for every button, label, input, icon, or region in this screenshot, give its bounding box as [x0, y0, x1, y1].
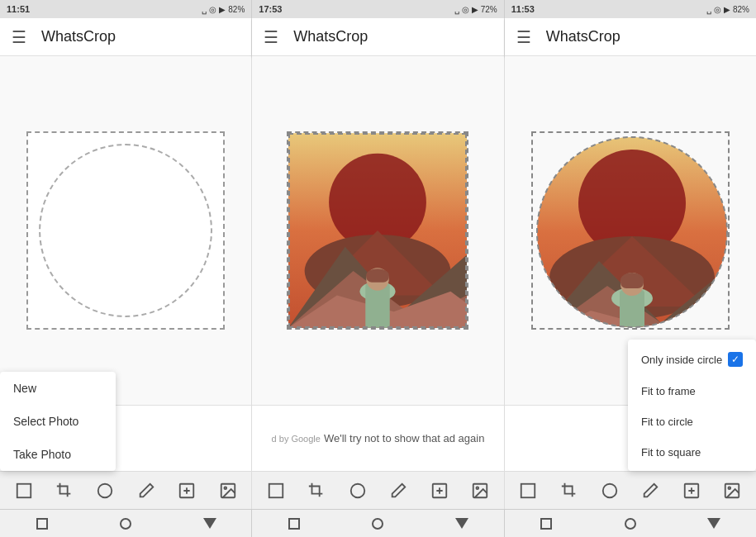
- time-3: 11:53: [511, 4, 535, 14]
- menu-item-new[interactable]: New: [0, 372, 116, 405]
- check-icon: ✓: [728, 352, 743, 367]
- main-content-1: [0, 56, 251, 405]
- app-title-2: WhatsCrop: [293, 28, 368, 45]
- menu-item-take-photo[interactable]: Take Photo: [0, 438, 116, 471]
- bottom-area-1: New Select Photo Take Photo: [0, 405, 251, 471]
- svg-point-4: [224, 487, 226, 489]
- panel-3: ☰ WhatsCrop: [505, 18, 756, 509]
- app-title-3: WhatsCrop: [546, 28, 620, 45]
- toolbar-btn-crop-1[interactable]: [50, 477, 78, 505]
- nav-circle-1[interactable]: [117, 516, 134, 532]
- panel-2: ☰ WhatsCrop: [252, 18, 504, 509]
- bottom-toolbar-2: [252, 471, 503, 509]
- option-fit-to-circle[interactable]: Fit to circle: [628, 406, 756, 437]
- main-content-2: [252, 56, 503, 405]
- nav-square-1[interactable]: [34, 516, 50, 532]
- ad-bar: d by Google We'll try not to show that a…: [252, 432, 503, 444]
- time-1: 11:51: [7, 4, 30, 14]
- toolbar-btn-crop-3[interactable]: [555, 477, 583, 505]
- ad-by-google: d by Google: [272, 434, 321, 444]
- toolbar-btn-circle-1[interactable]: [91, 477, 119, 505]
- nav-panel-3: [505, 510, 756, 537]
- toolbar-btn-frame-3[interactable]: [514, 477, 542, 505]
- nav-bar: [0, 509, 756, 537]
- toolbar-btn-edit-1[interactable]: [173, 477, 201, 505]
- status-icons-2: ␣ ◎ ▶ 72%: [454, 5, 497, 14]
- bottom-area-2: d by Google We'll try not to show that a…: [252, 405, 503, 471]
- svg-rect-36: [521, 483, 535, 497]
- toolbar-3: ☰ WhatsCrop: [505, 18, 756, 56]
- status-icons-3: ␣ ◎ ▶ 82%: [706, 5, 749, 14]
- option-only-inside-circle[interactable]: Only inside circle ✓: [628, 343, 756, 376]
- hamburger-icon-3[interactable]: ☰: [516, 27, 531, 47]
- option-fit-to-square[interactable]: Fit to square: [628, 437, 756, 468]
- nav-circle-2[interactable]: [369, 516, 386, 532]
- nav-back-3[interactable]: [706, 516, 722, 532]
- toolbar-btn-circle-3[interactable]: [596, 477, 624, 505]
- nav-panel-2: [252, 510, 504, 537]
- panel-1: ☰ WhatsCrop New Select Photo Take Photo: [0, 18, 252, 509]
- crop-area-2: [287, 131, 468, 330]
- sunset-image-2: [288, 133, 467, 328]
- bottom-toolbar-3: [505, 471, 756, 509]
- context-menu: New Select Photo Take Photo: [0, 372, 116, 471]
- svg-point-21: [476, 487, 478, 489]
- app-title-1: WhatsCrop: [41, 28, 116, 45]
- toolbar-btn-frame-2[interactable]: [262, 477, 290, 505]
- svg-point-37: [603, 483, 617, 497]
- svg-rect-17: [269, 483, 283, 497]
- nav-square-3[interactable]: [538, 516, 554, 532]
- bottom-toolbar-1: [0, 471, 251, 509]
- svg-rect-16: [367, 271, 389, 283]
- svg-rect-34: [620, 277, 644, 288]
- status-bar-2: 17:53 ␣ ◎ ▶ 72%: [252, 0, 504, 18]
- toolbar-btn-frame-1[interactable]: [10, 477, 38, 505]
- toolbar-btn-edit-2[interactable]: [426, 477, 454, 505]
- toolbar-btn-pencil-2[interactable]: [384, 477, 412, 505]
- hamburger-icon-2[interactable]: ☰: [264, 27, 278, 47]
- hamburger-icon-1[interactable]: ☰: [12, 27, 26, 47]
- circle-guide-1: [39, 144, 212, 317]
- nav-circle-3[interactable]: [622, 516, 639, 532]
- nav-back-1[interactable]: [202, 516, 218, 532]
- toolbar-btn-image-1[interactable]: [214, 477, 242, 505]
- svg-point-18: [351, 483, 365, 497]
- crop-frame-1: [26, 131, 225, 330]
- options-menu: Only inside circle ✓ Fit to frame Fit to…: [628, 340, 756, 471]
- svg-point-40: [729, 487, 731, 489]
- sunset-image-3: [533, 133, 730, 330]
- toolbar-2: ☰ WhatsCrop: [252, 18, 503, 56]
- toolbar-btn-image-2[interactable]: [466, 477, 494, 505]
- toolbar-btn-pencil-1[interactable]: [132, 477, 160, 505]
- nav-square-2[interactable]: [286, 516, 302, 532]
- status-bar-1: 11:51 ␣ ◎ ▶ 82%: [0, 0, 252, 18]
- svg-rect-31: [620, 290, 644, 330]
- ad-message: We'll try not to show that ad again: [324, 432, 484, 444]
- toolbar-1: ☰ WhatsCrop: [0, 18, 251, 56]
- bottom-area-3: Only inside circle ✓ Fit to frame Fit to…: [505, 405, 756, 471]
- svg-point-1: [98, 483, 112, 497]
- toolbar-btn-circle-2[interactable]: [344, 477, 372, 505]
- toolbar-btn-pencil-3[interactable]: [636, 477, 664, 505]
- toolbar-btn-edit-3[interactable]: [678, 477, 706, 505]
- toolbar-btn-image-3[interactable]: [718, 477, 746, 505]
- menu-item-select-photo[interactable]: Select Photo: [0, 405, 116, 438]
- time-2: 17:53: [259, 4, 282, 14]
- status-bar-3: 11:53 ␣ ◎ ▶ 82%: [505, 0, 756, 18]
- svg-rect-0: [17, 483, 31, 497]
- crop-area-3: [531, 131, 730, 330]
- nav-back-2[interactable]: [454, 516, 470, 532]
- toolbar-btn-crop-2[interactable]: [302, 477, 330, 505]
- status-icons-1: ␣ ◎ ▶ 82%: [202, 5, 245, 14]
- option-fit-to-frame[interactable]: Fit to frame: [628, 376, 756, 406]
- nav-panel-1: [0, 510, 252, 537]
